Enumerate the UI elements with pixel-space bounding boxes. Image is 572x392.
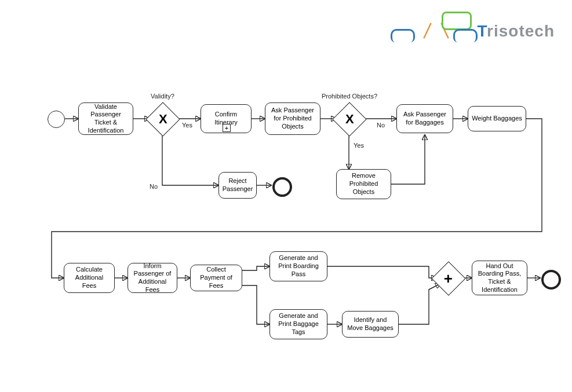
label-validity: Validity? bbox=[151, 93, 174, 100]
gateway-validity-mark: X bbox=[159, 112, 167, 127]
task-validate: Validate Passenger Ticket & Identificati… bbox=[78, 102, 133, 135]
task-calc-fees: Calculate Additional Fees bbox=[64, 263, 115, 293]
logo-text: Trisotech bbox=[478, 22, 555, 41]
task-reject-label: Reject Passenger bbox=[223, 177, 253, 193]
gateway-prohibited: X bbox=[332, 102, 366, 136]
task-collect-label: Collect Payment of Fees bbox=[194, 266, 238, 290]
task-gen-boarding-label: Generate and Print Boarding Pass bbox=[274, 254, 323, 278]
task-weight-label: Weight Baggages bbox=[472, 115, 522, 123]
gateway-validity: X bbox=[145, 102, 180, 136]
gateway-parallel-mark: + bbox=[444, 270, 453, 288]
task-gen-baggage-tags: Generate and Print Baggage Tags bbox=[269, 309, 327, 339]
label-prohibited: Prohibited Objects? bbox=[322, 93, 377, 100]
task-collect-fees: Collect Payment of Fees bbox=[190, 265, 242, 291]
task-gen-tags-label: Generate and Print Baggage Tags bbox=[274, 312, 323, 336]
logo-letter-t: T bbox=[478, 22, 487, 40]
label-prohibited-yes: Yes bbox=[354, 142, 364, 149]
label-prohibited-no: No bbox=[377, 122, 385, 129]
trisotech-logo: Trisotech bbox=[391, 12, 555, 41]
task-remove-prohibited: Remove Prohibited Objects bbox=[336, 169, 391, 199]
start-event bbox=[48, 111, 65, 128]
logo-rect-green bbox=[442, 12, 472, 30]
logo-rect-blue-right bbox=[453, 29, 478, 42]
end-event-reject bbox=[272, 177, 292, 197]
task-confirm-itinerary: Confirm Itinerary + bbox=[201, 104, 252, 133]
task-identify-move-label: Identify and Move Baggages bbox=[346, 316, 395, 332]
task-hand-out-label: Hand Out Boarding Pass, Ticket & Identif… bbox=[476, 262, 523, 294]
label-validity-yes: Yes bbox=[182, 122, 192, 129]
logo-word-risotech: risotech bbox=[487, 22, 555, 40]
task-identify-move: Identify and Move Baggages bbox=[342, 311, 399, 338]
end-event-complete bbox=[541, 270, 561, 290]
task-inform-fees: Inform Passenger of Additional Fees bbox=[127, 263, 177, 293]
task-ask-prohibited-label: Ask Passenger for Prohibited Objects bbox=[269, 107, 316, 130]
task-calc-label: Calculate Additional Fees bbox=[68, 266, 111, 290]
subprocess-marker-icon: + bbox=[223, 124, 231, 132]
logo-shapes bbox=[391, 12, 478, 41]
task-hand-out: Hand Out Boarding Pass, Ticket & Identif… bbox=[472, 261, 527, 295]
subprocess-plus: + bbox=[225, 125, 228, 131]
task-ask-baggages-label: Ask Passenger for Baggages bbox=[400, 111, 449, 127]
label-validity-no: No bbox=[150, 183, 158, 190]
gateway-parallel-join: + bbox=[431, 261, 465, 295]
task-remove-label: Remove Prohibited Objects bbox=[340, 172, 387, 196]
task-reject-passenger: Reject Passenger bbox=[218, 172, 257, 199]
task-gen-boarding-pass: Generate and Print Boarding Pass bbox=[269, 251, 327, 281]
task-weight-baggages: Weight Baggages bbox=[468, 106, 526, 131]
task-ask-baggages: Ask Passenger for Baggages bbox=[396, 104, 453, 133]
task-ask-prohibited: Ask Passenger for Prohibited Objects bbox=[265, 102, 320, 135]
diagram-canvas: Trisotech bbox=[0, 0, 572, 392]
logo-connector-1 bbox=[422, 23, 431, 39]
gateway-prohibited-mark: X bbox=[345, 112, 354, 127]
logo-rect-blue-left bbox=[391, 29, 415, 42]
task-validate-label: Validate Passenger Ticket & Identificati… bbox=[82, 103, 129, 135]
task-inform-label: Inform Passenger of Additional Fees bbox=[132, 262, 173, 294]
